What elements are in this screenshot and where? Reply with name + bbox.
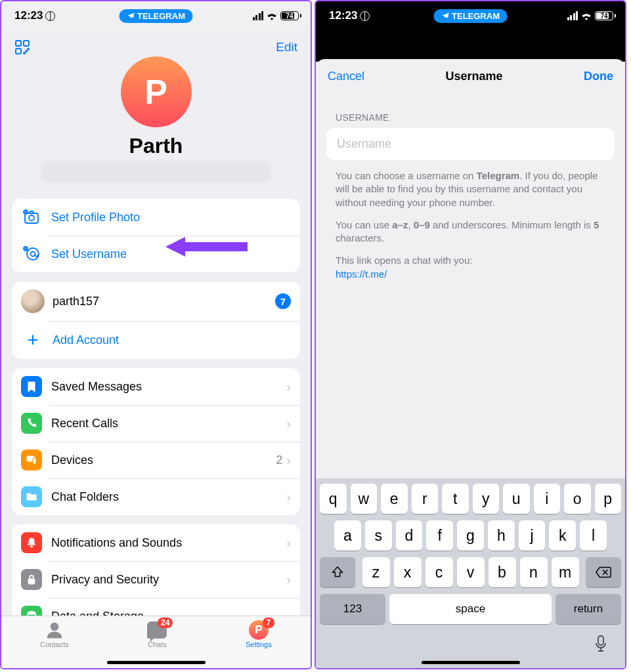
home-indicator[interactable]: [107, 661, 206, 664]
privacy-row[interactable]: Privacy and Security ›: [12, 561, 300, 598]
key-o[interactable]: o: [564, 484, 591, 514]
bell-icon: [21, 532, 42, 553]
account-badge: 7: [275, 293, 291, 309]
svg-rect-1: [24, 41, 29, 46]
settings-icon: P 7: [248, 620, 269, 640]
telegram-pill[interactable]: TELEGRAM: [433, 9, 508, 23]
key-k[interactable]: k: [549, 520, 576, 551]
svg-point-4: [24, 52, 25, 54]
key-i[interactable]: i: [534, 484, 561, 514]
profile-subtitle-blurred: [41, 162, 271, 182]
key-e[interactable]: e: [381, 484, 408, 514]
profile-avatar[interactable]: P: [121, 56, 192, 127]
key-s[interactable]: s: [365, 520, 392, 551]
set-username-row[interactable]: Set Username: [12, 236, 300, 272]
location-icon: [45, 11, 55, 21]
battery-icon: 74: [595, 11, 616, 20]
wifi-icon: [580, 11, 592, 20]
data-storage-row[interactable]: Data and Storage ›: [12, 598, 300, 616]
phone-icon: [21, 413, 42, 434]
devices-icon: [21, 450, 42, 471]
section-label: USERNAME: [316, 94, 625, 128]
key-w[interactable]: w: [351, 484, 378, 514]
status-bar: 12:23 TELEGRAM 74: [1, 1, 311, 30]
svg-point-5: [28, 49, 29, 50]
key-p[interactable]: p: [595, 484, 622, 514]
key-v[interactable]: v: [457, 557, 485, 587]
tab-contacts[interactable]: Contacts: [40, 620, 68, 648]
help-text-1: You can choose a username on Telegram. I…: [316, 160, 625, 209]
signal-icon: [253, 11, 264, 20]
svg-point-16: [51, 623, 59, 631]
telegram-icon: [127, 12, 135, 20]
key-q[interactable]: q: [320, 484, 347, 514]
return-key[interactable]: return: [555, 594, 621, 624]
username-link[interactable]: https://t.me/: [336, 268, 387, 280]
devices-row[interactable]: Devices 2 ›: [12, 442, 300, 478]
chevron-right-icon: ›: [286, 536, 291, 551]
notifications-row[interactable]: Notifications and Sounds ›: [12, 524, 300, 561]
recent-calls-row[interactable]: Recent Calls ›: [12, 405, 300, 442]
tab-settings[interactable]: P 7 Settings: [246, 620, 272, 648]
qr-icon[interactable]: [14, 39, 30, 55]
key-d[interactable]: d: [396, 520, 423, 551]
modal-title: Username: [445, 70, 502, 83]
chat-folders-row[interactable]: Chat Folders ›: [12, 478, 300, 515]
edit-button[interactable]: Edit: [276, 40, 297, 54]
add-account-row[interactable]: + Add Account: [12, 321, 300, 359]
profile-name: Parth: [1, 134, 311, 158]
storage-icon: [21, 606, 42, 616]
key-r[interactable]: r: [412, 484, 439, 514]
account-row[interactable]: parth157 7: [12, 282, 300, 321]
key-j[interactable]: j: [519, 520, 546, 551]
key-h[interactable]: h: [488, 520, 515, 551]
backspace-key[interactable]: [586, 557, 621, 587]
set-profile-photo-row[interactable]: Set Profile Photo: [12, 199, 300, 236]
key-a[interactable]: a: [334, 520, 361, 551]
key-z[interactable]: z: [362, 557, 390, 587]
space-key[interactable]: space: [389, 594, 552, 624]
key-m[interactable]: m: [552, 557, 579, 587]
chats-icon: 24: [146, 620, 167, 640]
add-account-label: Add Account: [53, 333, 291, 347]
key-u[interactable]: u: [503, 484, 530, 514]
key-b[interactable]: b: [489, 557, 516, 587]
key-x[interactable]: x: [394, 557, 422, 587]
keyboard: qwertyuiop asdfghjkl zxcvbnm 123 space r…: [316, 478, 625, 668]
dictation-icon[interactable]: [594, 635, 608, 658]
set-profile-photo-label: Set Profile Photo: [51, 211, 291, 224]
home-indicator[interactable]: [422, 661, 520, 664]
key-f[interactable]: f: [426, 520, 453, 551]
svg-rect-2: [16, 49, 21, 54]
location-icon: [360, 11, 370, 21]
key-l[interactable]: l: [580, 520, 607, 551]
chats-badge: 24: [158, 618, 173, 628]
account-name: parth157: [53, 295, 275, 308]
telegram-pill[interactable]: TELEGRAM: [119, 9, 193, 23]
wifi-icon: [266, 11, 278, 20]
cancel-button[interactable]: Cancel: [328, 70, 364, 83]
numbers-key[interactable]: 123: [320, 594, 385, 624]
account-avatar: [21, 289, 45, 313]
key-t[interactable]: t: [442, 484, 469, 514]
tab-bar: Contacts 24 Chats P 7 Settings: [1, 616, 311, 668]
tab-chats[interactable]: 24 Chats: [146, 620, 167, 648]
contacts-icon: [44, 620, 65, 640]
chevron-right-icon: ›: [286, 572, 291, 587]
key-y[interactable]: y: [473, 484, 500, 514]
svg-point-15: [28, 612, 35, 615]
key-n[interactable]: n: [520, 557, 548, 587]
chevron-right-icon: ›: [286, 416, 291, 431]
saved-messages-row[interactable]: Saved Messages ›: [12, 368, 300, 405]
shift-key[interactable]: [320, 557, 355, 587]
key-c[interactable]: c: [425, 557, 453, 587]
camera-plus-icon: [21, 207, 42, 228]
signal-icon: [567, 11, 578, 20]
plus-icon: +: [21, 329, 45, 351]
status-time: 12:23: [14, 9, 43, 22]
svg-rect-0: [16, 41, 21, 46]
set-username-label: Set Username: [51, 247, 291, 261]
username-input[interactable]: [337, 137, 604, 151]
done-button[interactable]: Done: [584, 70, 613, 83]
key-g[interactable]: g: [457, 520, 484, 551]
